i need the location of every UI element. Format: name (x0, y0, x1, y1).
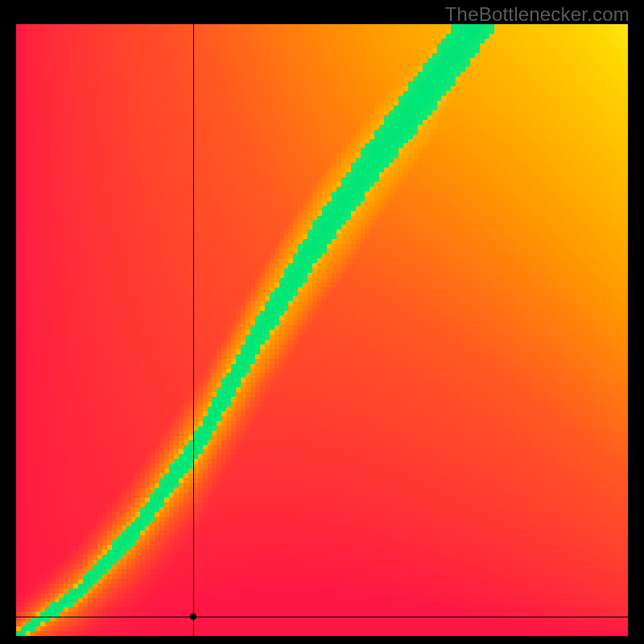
crosshair-horizontal (16, 617, 628, 617)
crosshair-vertical (193, 24, 194, 636)
watermark-text: TheBottlenecker.com (445, 3, 630, 26)
chart-frame: TheBottlenecker.com (0, 0, 644, 644)
plot-area (16, 24, 628, 636)
heatmap-canvas (16, 24, 628, 636)
